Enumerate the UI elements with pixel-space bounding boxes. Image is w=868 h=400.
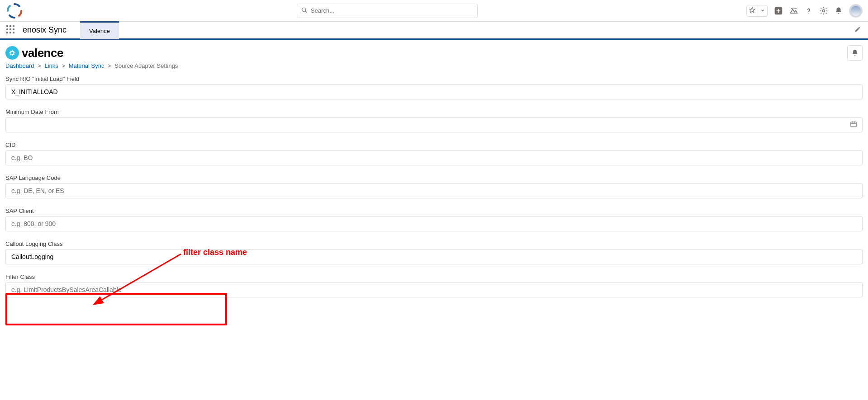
global-add-button[interactable]: [774, 6, 783, 15]
svg-point-7: [823, 9, 825, 12]
breadcrumb-dashboard[interactable]: Dashboard: [5, 62, 34, 69]
input-min-date-from[interactable]: [5, 117, 863, 132]
label-min-date-from: Minimum Date From: [5, 108, 863, 115]
svg-line-1: [305, 11, 307, 13]
svg-line-14: [13, 54, 14, 55]
valence-logo: valence: [5, 46, 63, 60]
label-sap-lang: SAP Language Code: [5, 174, 863, 181]
search-icon: [301, 7, 308, 14]
salesforce-logo: [5, 0, 28, 22]
edit-nav-icon[interactable]: [847, 26, 868, 34]
label-sap-client: SAP Client: [5, 207, 863, 214]
label-cid: CID: [5, 141, 863, 148]
breadcrumb-material-sync[interactable]: Material Sync: [69, 62, 104, 69]
label-callout-logging: Callout Logging Class: [5, 240, 863, 247]
favorites-button[interactable]: [746, 5, 768, 17]
trailhead-icon[interactable]: [789, 6, 798, 15]
global-search-input[interactable]: [297, 4, 478, 18]
notifications-bell-icon[interactable]: [835, 7, 843, 15]
input-filter-class[interactable]: [5, 282, 863, 297]
nav-tab-valence[interactable]: Valence: [80, 21, 119, 39]
breadcrumb: Dashboard > Links > Material Sync > Sour…: [5, 62, 863, 69]
input-sap-client[interactable]: [5, 216, 863, 231]
page-notifications-button[interactable]: [847, 45, 863, 61]
svg-point-6: [808, 13, 809, 14]
svg-line-13: [10, 51, 11, 52]
input-cid[interactable]: [5, 150, 863, 165]
label-sync-rio: Sync RIO "Initial Load" Field: [5, 75, 863, 82]
input-callout-logging-class[interactable]: [5, 249, 863, 264]
star-icon: [749, 7, 755, 14]
breadcrumb-links[interactable]: Links: [44, 62, 58, 69]
user-avatar[interactable]: [849, 4, 863, 18]
svg-marker-2: [749, 7, 755, 13]
input-sync-rio[interactable]: [5, 84, 863, 99]
breadcrumb-current: Source Adapter Settings: [114, 62, 178, 69]
settings-gear-icon[interactable]: [819, 6, 828, 15]
svg-rect-17: [851, 122, 856, 127]
app-launcher-icon[interactable]: [6, 25, 16, 35]
help-icon[interactable]: [805, 7, 813, 15]
input-sap-language-code[interactable]: [5, 183, 863, 198]
label-filter-class: Filter Class: [5, 273, 863, 280]
svg-point-0: [302, 8, 306, 11]
calendar-icon[interactable]: [850, 121, 857, 129]
page-app-title: valence: [22, 46, 63, 60]
chevron-down-icon: [760, 7, 765, 14]
app-name: enosix Sync: [23, 25, 66, 35]
svg-line-16: [13, 51, 14, 52]
svg-line-15: [10, 54, 11, 55]
